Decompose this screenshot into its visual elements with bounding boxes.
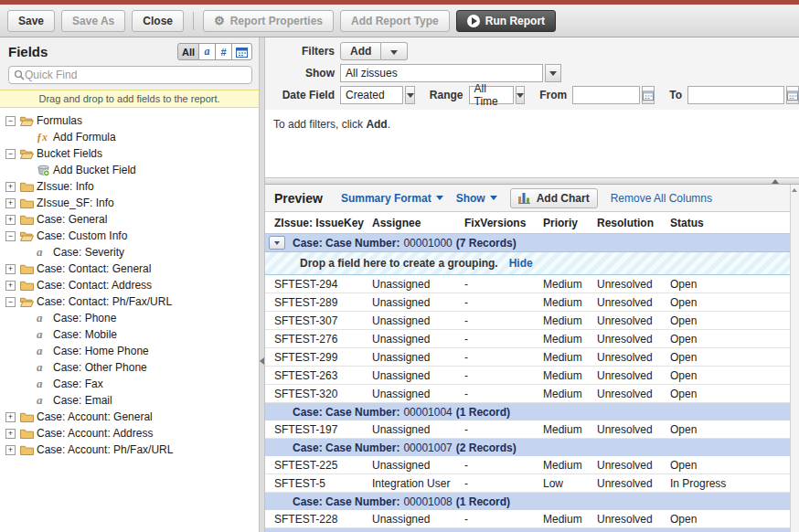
cell-status: Open	[670, 333, 790, 346]
cell-resolution: Unresolved	[597, 333, 670, 346]
collapse-left-icon[interactable]	[260, 357, 264, 365]
add-filter-button[interactable]: Add	[340, 42, 381, 60]
collapse-expander-icon[interactable]: −	[5, 116, 16, 126]
tree-item-case-account-address[interactable]: +Case: Account: Address	[0, 425, 259, 442]
column-header-resolution[interactable]: Resolution	[597, 217, 670, 229]
expand-expander-icon[interactable]: +	[5, 281, 16, 291]
range-select[interactable]: All Time	[469, 86, 514, 104]
tree-item-add-bucket-field[interactable]: Add Bucket Field	[0, 162, 259, 178]
tree-item-case-contact-general[interactable]: +Case: Contact: General	[0, 261, 259, 277]
group-collapse-button[interactable]	[269, 236, 285, 250]
remove-all-columns-link[interactable]: Remove All Columns	[611, 192, 712, 205]
text-field-icon: a	[37, 360, 43, 375]
add-filter-dropdown-button[interactable]	[381, 42, 408, 60]
range-select-arrow[interactable]	[516, 86, 526, 104]
open-folder-icon	[20, 230, 34, 241]
add-report-type-button[interactable]: Add Report Type	[340, 10, 450, 32]
cell-assignee: Unassigned	[372, 351, 464, 364]
show-select[interactable]: All zissues	[340, 64, 543, 82]
column-header-zissue-issuekey[interactable]: ZIssue: IssueKey	[274, 217, 372, 229]
summary-format-menu[interactable]: Summary Format	[341, 192, 443, 205]
expand-expander-icon[interactable]: +	[5, 412, 16, 422]
tree-item-case-other-phone[interactable]: aCase: Other Phone	[0, 359, 259, 376]
collapse-expander-icon[interactable]: −	[5, 231, 16, 241]
gear-icon: ⚙	[214, 16, 225, 26]
date-field-select[interactable]: Created	[340, 86, 403, 104]
tree-item-zissue-info[interactable]: +ZIssue: Info	[0, 178, 259, 195]
tree-item-case-fax[interactable]: aCase: Fax	[0, 376, 259, 392]
cell-zissue-issuekey: SFTEST-263	[274, 369, 372, 382]
to-date-input[interactable]	[687, 86, 784, 104]
expand-expander-icon[interactable]: +	[5, 182, 16, 192]
expand-expander-icon[interactable]: +	[5, 264, 16, 274]
preview-scrollbar[interactable]	[790, 185, 799, 532]
from-label: From	[539, 89, 567, 101]
cell-fixversions: -	[464, 477, 543, 490]
tree-item-label: Case: Account: Address	[37, 427, 153, 440]
filter-number-button[interactable]: #	[215, 43, 232, 60]
column-header-prioriy[interactable]: Prioriy	[543, 217, 597, 229]
to-calendar-button[interactable]	[786, 86, 799, 104]
tree-item-case-phone[interactable]: aCase: Phone	[0, 310, 259, 326]
grouping-drop-zone[interactable]: Drop a field here to create a grouping.H…	[265, 251, 790, 275]
report-properties-label: Report Properties	[230, 15, 323, 27]
tree-item-case-email[interactable]: aCase: Email	[0, 392, 259, 409]
drag-drop-hint: Drag and drop to add fields to the repor…	[0, 90, 259, 108]
collapse-expander-icon[interactable]: −	[5, 297, 16, 307]
expand-expander-icon[interactable]: +	[5, 198, 16, 208]
column-header-assignee[interactable]: Assignee	[372, 217, 464, 229]
collapse-up-icon[interactable]	[772, 179, 779, 184]
report-properties-button[interactable]: ⚙ Report Properties	[203, 10, 334, 32]
cell-prioriy: Medium	[543, 388, 597, 400]
drop-zone-text: Drop a field here to create a grouping.	[300, 257, 498, 270]
show-menu[interactable]: Show	[456, 192, 497, 205]
expand-expander-icon[interactable]: +	[5, 215, 16, 225]
filter-all-button[interactable]: All	[177, 43, 199, 60]
cell-prioriy: Medium	[543, 296, 597, 309]
close-button[interactable]: Close	[132, 10, 184, 32]
cell-resolution: Unresolved	[597, 513, 670, 526]
from-date-input[interactable]	[572, 86, 640, 104]
vertical-splitter[interactable]	[259, 37, 265, 532]
filter-date-button[interactable]	[231, 43, 252, 60]
preview-header: Preview Summary Format Show Add Chart Re…	[265, 185, 790, 212]
tree-item-case-general[interactable]: +Case: General	[0, 211, 259, 228]
horizontal-splitter[interactable]	[265, 177, 799, 185]
tree-item-formulas[interactable]: −Formulas	[0, 112, 259, 129]
add-chart-button[interactable]: Add Chart	[510, 188, 598, 208]
cell-prioriy: Medium	[543, 278, 597, 291]
scroll-up-icon[interactable]	[792, 188, 797, 192]
show-select-arrow[interactable]	[545, 64, 561, 82]
calendar-icon	[787, 90, 798, 101]
tree-item-bucket-fields[interactable]: −Bucket Fields	[0, 145, 259, 162]
from-calendar-button[interactable]	[642, 86, 655, 104]
filter-text-button[interactable]: a	[198, 43, 216, 60]
tree-item-add-formula[interactable]: ƒxAdd Formula	[0, 129, 259, 145]
play-icon	[467, 15, 480, 27]
expand-expander-icon[interactable]: +	[5, 445, 16, 455]
collapse-expander-icon[interactable]: −	[5, 149, 16, 159]
tree-item-case-account-ph-fax-url[interactable]: +Case: Account: Ph/Fax/URL	[0, 442, 259, 458]
tree-item-case-custom-info[interactable]: −Case: Custom Info	[0, 228, 259, 244]
expand-expander-icon[interactable]: +	[5, 429, 16, 439]
run-report-button[interactable]: Run Report	[456, 10, 556, 32]
column-header-status[interactable]: Status	[670, 217, 790, 229]
text-field-icon: a	[37, 377, 43, 391]
tree-item-label: Case: Severity	[53, 246, 124, 259]
tree-item-case-account-general[interactable]: +Case: Account: General	[0, 409, 259, 425]
tree-item-case-contact-ph-fax-url[interactable]: −Case: Contact: Ph/Fax/URL	[0, 293, 259, 310]
tree-item-case-home-phone[interactable]: aCase: Home Phone	[0, 343, 259, 359]
tree-item-label: ZIssue: Info	[37, 180, 94, 193]
group-record-count: (2 Records)	[456, 442, 517, 454]
quick-find-input[interactable]	[25, 69, 247, 81]
column-header-fixversions[interactable]: FixVersions	[464, 217, 543, 229]
save-as-button[interactable]: Save As	[61, 10, 125, 32]
tree-item-case-mobile[interactable]: aCase: Mobile	[0, 326, 259, 343]
date-field-select-arrow[interactable]	[405, 86, 415, 104]
tree-item-zissue-sf-info[interactable]: +ZIssue_SF: Info	[0, 195, 259, 211]
tree-item-case-severity[interactable]: aCase: Severity	[0, 244, 259, 261]
tree-item-case-contact-address[interactable]: +Case: Contact: Address	[0, 277, 259, 293]
filters-hint-text: To add filters, click	[273, 118, 366, 131]
hide-link[interactable]: Hide	[509, 257, 533, 270]
save-button[interactable]: Save	[7, 10, 55, 32]
